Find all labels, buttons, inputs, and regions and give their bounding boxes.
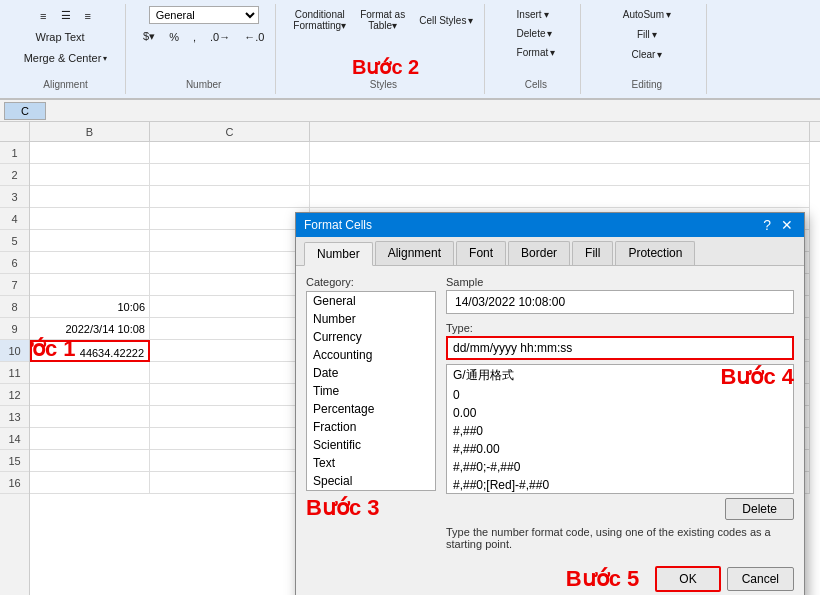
cell-c13[interactable]	[150, 406, 310, 428]
cell-b5[interactable]	[30, 230, 150, 252]
cancel-button[interactable]: Cancel	[727, 567, 794, 591]
cell-c14[interactable]	[150, 428, 310, 450]
cell-c12[interactable]	[150, 384, 310, 406]
cell-c5[interactable]	[150, 230, 310, 252]
row-header-7: 7	[0, 274, 29, 296]
col-header-row: B C	[0, 122, 820, 142]
tab-fill[interactable]: Fill	[572, 241, 613, 265]
percent-btn[interactable]: %	[164, 28, 184, 46]
editing-group: AutoSum▾ Fill▾ Clear▾ Editing	[587, 4, 707, 94]
cell-c4[interactable]	[150, 208, 310, 230]
cell-b8[interactable]: 10:06	[30, 296, 150, 318]
cell-b7[interactable]	[30, 274, 150, 296]
merge-center-btn[interactable]: Merge & Center ▾	[19, 49, 113, 67]
tab-border[interactable]: Border	[508, 241, 570, 265]
cat-special[interactable]: Special	[307, 472, 435, 490]
cells-row1: Insert▾ Delete▾ Format▾	[512, 6, 561, 61]
fill-btn[interactable]: Fill▾	[632, 26, 662, 43]
cells-label: Cells	[525, 79, 547, 92]
cat-fraction[interactable]: Fraction	[307, 418, 435, 436]
cell-b15[interactable]	[30, 450, 150, 472]
row-header-13: 13	[0, 406, 29, 428]
number-format-select[interactable]: General	[149, 6, 259, 24]
dec-dec-btn[interactable]: ←.0	[239, 28, 269, 46]
sheet-tab-c[interactable]: C	[4, 102, 46, 120]
wrap-text-btn[interactable]: Wrap Text	[31, 28, 101, 46]
cell-b1[interactable]	[30, 142, 150, 164]
cell-b6[interactable]	[30, 252, 150, 274]
cell-b13[interactable]	[30, 406, 150, 428]
cat-percentage[interactable]: Percentage	[307, 400, 435, 418]
tab-protection[interactable]: Protection	[615, 241, 695, 265]
format-btn[interactable]: Format▾	[512, 44, 561, 61]
list-item[interactable]: 0.00	[447, 404, 793, 422]
cat-date[interactable]: Date	[307, 364, 435, 382]
delete-format-btn[interactable]: Delete	[725, 498, 794, 520]
cat-currency[interactable]: Currency	[307, 328, 435, 346]
dec-inc-btn[interactable]: .0→	[205, 28, 235, 46]
cell-b14[interactable]	[30, 428, 150, 450]
format-table-label: Format asTable▾	[360, 9, 405, 31]
cell-b2[interactable]	[30, 164, 150, 186]
tab-alignment[interactable]: Alignment	[375, 241, 454, 265]
cell-b4[interactable]	[30, 208, 150, 230]
cell-b11[interactable]	[30, 362, 150, 384]
cell-styles-btn[interactable]: Cell Styles▾	[414, 12, 478, 29]
align-left-btn[interactable]: ≡	[35, 7, 51, 25]
dialog-close-btn[interactable]: ✕	[778, 217, 796, 233]
insert-btn[interactable]: Insert▾	[512, 6, 561, 23]
row-header-14: 14	[0, 428, 29, 450]
table-row	[30, 142, 820, 164]
ok-button[interactable]: OK	[655, 566, 720, 592]
list-item[interactable]: #,##0	[447, 422, 793, 440]
row-header-4: 4	[0, 208, 29, 230]
list-item[interactable]: #,##0.00	[447, 440, 793, 458]
tab-font[interactable]: Font	[456, 241, 506, 265]
align-right-btn[interactable]: ≡	[80, 7, 96, 25]
cat-custom[interactable]: Custom	[307, 490, 435, 491]
cell-c15[interactable]	[150, 450, 310, 472]
conditional-formatting-btn[interactable]: ConditionalFormatting▾	[288, 6, 351, 34]
cell-c6[interactable]	[150, 252, 310, 274]
cat-scientific[interactable]: Scientific	[307, 436, 435, 454]
cell-c3[interactable]	[150, 186, 310, 208]
toolbar: ≡ ☰ ≡ Wrap Text Merge & Center ▾ Alignme…	[0, 0, 820, 100]
delete-btn[interactable]: Delete▾	[512, 25, 561, 42]
list-item[interactable]: #,##0;-#,##0	[447, 458, 793, 476]
cell-c9[interactable]	[150, 318, 310, 340]
cell-c2[interactable]	[150, 164, 310, 186]
currency-btn[interactable]: $▾	[138, 27, 160, 46]
format-as-table-btn[interactable]: Format asTable▾	[355, 6, 410, 34]
dialog-help-btn[interactable]: ?	[760, 217, 774, 233]
col-c-header: C	[150, 122, 310, 141]
clear-btn[interactable]: Clear▾	[626, 46, 667, 63]
table-row	[30, 164, 820, 186]
category-list[interactable]: General Number Currency Accounting Date …	[306, 291, 436, 491]
cell-c10[interactable]	[150, 340, 310, 362]
cell-b3[interactable]	[30, 186, 150, 208]
cat-accounting[interactable]: Accounting	[307, 346, 435, 364]
cell-c11[interactable]	[150, 362, 310, 384]
cell-c16[interactable]	[150, 472, 310, 494]
cat-general[interactable]: General	[307, 292, 435, 310]
cell-c8[interactable]	[150, 296, 310, 318]
cell-b16[interactable]	[30, 472, 150, 494]
dialog-footer: Bước 5 OK Cancel	[296, 560, 804, 595]
cat-text[interactable]: Text	[307, 454, 435, 472]
cell-c7[interactable]	[150, 274, 310, 296]
tab-number[interactable]: Number	[304, 242, 373, 266]
cat-number[interactable]: Number	[307, 310, 435, 328]
align-center-btn[interactable]: ☰	[56, 6, 76, 25]
autosum-btn[interactable]: AutoSum▾	[618, 6, 676, 23]
row-header-5: 5	[0, 230, 29, 252]
fill-label: Fill	[637, 29, 650, 40]
delete-label: Delete	[517, 28, 546, 39]
list-item[interactable]: #,##0;[Red]-#,##0	[447, 476, 793, 494]
type-input[interactable]	[446, 336, 794, 360]
sample-value: 14/03/2022 10:08:00	[455, 295, 565, 309]
cell-b12[interactable]	[30, 384, 150, 406]
cat-time[interactable]: Time	[307, 382, 435, 400]
styles-group: ConditionalFormatting▾ Format asTable▾ C…	[282, 4, 485, 94]
comma-btn[interactable]: ,	[188, 28, 201, 46]
cell-c1[interactable]	[150, 142, 310, 164]
